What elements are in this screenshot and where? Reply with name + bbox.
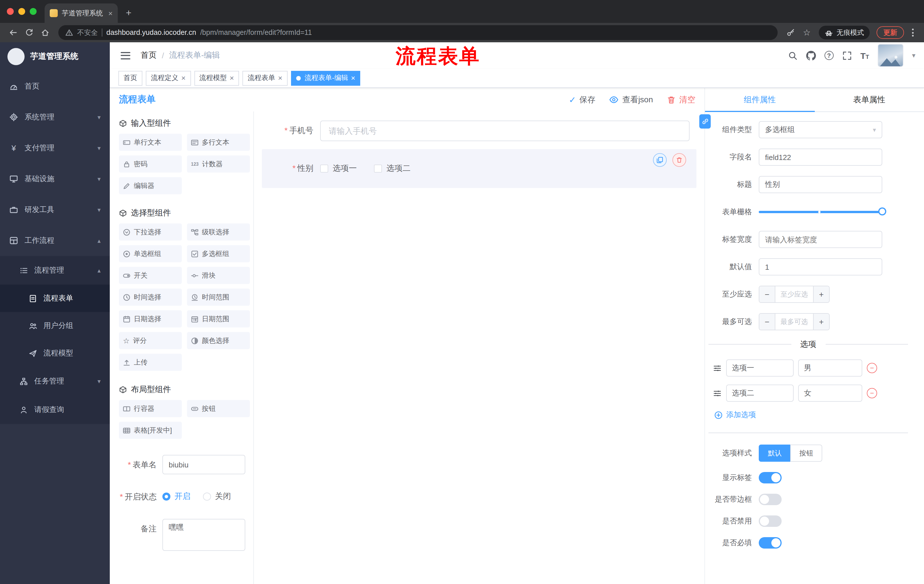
tag-process-form[interactable]: 流程表单 × bbox=[243, 71, 287, 86]
tag-process-model[interactable]: 流程模型 × bbox=[194, 71, 239, 86]
remove-option-button[interactable]: − bbox=[867, 363, 877, 373]
checkbox-icon[interactable] bbox=[320, 165, 328, 173]
option-label-input[interactable] bbox=[726, 385, 794, 402]
show-label-toggle[interactable] bbox=[759, 472, 782, 484]
palette-item-date-picker[interactable]: 日期选择 bbox=[119, 310, 182, 327]
component-anchor-button[interactable] bbox=[699, 114, 711, 128]
tag-close-icon[interactable]: × bbox=[351, 74, 355, 82]
sidebar-item-infrastructure[interactable]: 基础设施 ▾ bbox=[0, 163, 110, 194]
canvas-field-gender-selected[interactable]: *性别 选项一 选项二 bbox=[262, 149, 696, 188]
window-minimize-button[interactable] bbox=[18, 8, 25, 15]
sidebar-item-leave-query[interactable]: 请假查询 bbox=[0, 395, 110, 424]
checkbox-icon[interactable] bbox=[374, 165, 382, 173]
palette-item-password[interactable]: 密码 bbox=[119, 155, 182, 173]
browser-update-button[interactable]: 更新 bbox=[876, 26, 904, 39]
status-radio-off[interactable]: 关闭 bbox=[203, 492, 231, 502]
window-close-button[interactable] bbox=[7, 8, 14, 15]
user-avatar[interactable] bbox=[878, 44, 903, 67]
breadcrumb-home[interactable]: 首页 bbox=[141, 50, 157, 61]
tag-close-icon[interactable]: × bbox=[229, 74, 234, 82]
option-value-input[interactable] bbox=[798, 385, 862, 402]
sidebar-item-payment[interactable]: ¥ 支付管理 ▾ bbox=[0, 133, 110, 163]
title-input[interactable] bbox=[759, 176, 882, 193]
tab-close-icon[interactable]: × bbox=[108, 10, 113, 17]
phone-input[interactable] bbox=[320, 120, 690, 141]
sidebar-item-system[interactable]: 系统管理 ▾ bbox=[0, 102, 110, 133]
copy-widget-button[interactable] bbox=[653, 153, 667, 167]
bookmark-star-button[interactable]: ☆ bbox=[799, 25, 814, 40]
palette-item-counter[interactable]: 123 计数器 bbox=[187, 155, 250, 173]
avatar-caret-down-icon[interactable]: ▾ bbox=[912, 51, 916, 59]
stepper-decrease-button[interactable]: − bbox=[759, 314, 776, 330]
style-default-button[interactable]: 默认 bbox=[759, 444, 791, 462]
sidebar-item-process-model[interactable]: 流程模型 bbox=[0, 339, 110, 367]
palette-item-checkbox-group[interactable]: 多选框组 bbox=[187, 245, 250, 262]
gender-option-2[interactable]: 选项二 bbox=[374, 163, 411, 174]
sidebar-item-task-management[interactable]: 任务管理 ▾ bbox=[0, 367, 110, 395]
border-toggle[interactable] bbox=[759, 494, 782, 505]
sidebar-item-workflow[interactable]: 工作流程 ▴ bbox=[0, 225, 110, 256]
sidebar-item-user-groups[interactable]: 用户分组 bbox=[0, 312, 110, 339]
palette-item-single-line-text[interactable]: 单行文本 bbox=[119, 134, 182, 151]
stepper-decrease-button[interactable]: − bbox=[759, 286, 776, 302]
tag-process-definition[interactable]: 流程定义 × bbox=[146, 71, 191, 86]
browser-tab[interactable]: 芋道管理系统 × bbox=[45, 3, 118, 23]
default-value-input[interactable] bbox=[759, 258, 882, 275]
style-button-button[interactable]: 按钮 bbox=[790, 444, 822, 462]
sidebar-logo[interactable]: 芋道管理系统 bbox=[0, 42, 110, 71]
search-button[interactable] bbox=[788, 51, 797, 60]
drag-handle-icon[interactable] bbox=[713, 364, 722, 372]
form-name-input[interactable] bbox=[162, 455, 245, 474]
palette-item-time-range[interactable]: 时间范围 bbox=[187, 289, 250, 306]
form-canvas[interactable]: *手机号 bbox=[254, 112, 705, 584]
form-grid-slider[interactable] bbox=[759, 204, 882, 220]
palette-item-cascader[interactable]: 级联选择 bbox=[187, 224, 250, 240]
sidebar-item-process-management[interactable]: 流程管理 ▴ bbox=[0, 256, 110, 285]
required-toggle[interactable] bbox=[759, 537, 782, 549]
password-key-button[interactable] bbox=[783, 25, 798, 40]
slider-track[interactable] bbox=[759, 211, 882, 213]
option-value-input[interactable] bbox=[798, 359, 862, 377]
view-json-button[interactable]: 查看json bbox=[609, 95, 653, 105]
slider-handle[interactable] bbox=[878, 207, 886, 216]
github-button[interactable] bbox=[806, 51, 816, 60]
font-size-button[interactable]: TT bbox=[860, 51, 869, 60]
stepper-increase-button[interactable]: + bbox=[813, 314, 829, 330]
window-zoom-button[interactable] bbox=[30, 8, 36, 15]
tag-home[interactable]: 首页 bbox=[118, 71, 142, 86]
palette-item-editor[interactable]: 编辑器 bbox=[119, 177, 182, 194]
option-label-input[interactable] bbox=[726, 359, 794, 377]
palette-item-radio-group[interactable]: 单选框组 bbox=[119, 245, 182, 262]
palette-item-select[interactable]: 下拉选择 bbox=[119, 224, 182, 240]
palette-item-row-container[interactable]: 行容器 bbox=[119, 400, 182, 417]
delete-widget-button[interactable] bbox=[672, 153, 686, 167]
save-button[interactable]: ✓ 保存 bbox=[569, 95, 595, 105]
browser-menu-button[interactable] bbox=[908, 26, 918, 39]
new-tab-button[interactable]: + bbox=[121, 6, 136, 21]
form-remark-textarea[interactable]: 嘿嘿 bbox=[162, 519, 245, 551]
add-option-button[interactable]: 添加选项 bbox=[714, 410, 916, 420]
palette-item-table[interactable]: 表格[开发中] bbox=[119, 422, 182, 439]
palette-item-rate[interactable]: ☆ 评分 bbox=[119, 332, 182, 349]
max-select-value[interactable]: 最多可选 bbox=[776, 314, 813, 330]
canvas-field-phone[interactable]: *手机号 bbox=[262, 120, 696, 141]
stepper-increase-button[interactable]: + bbox=[813, 286, 829, 302]
palette-item-button[interactable]: 按钮 bbox=[187, 400, 250, 417]
address-bar[interactable]: 不安全 dashboard.yudao.iocoder.cn /bpm/mana… bbox=[58, 25, 778, 40]
drag-handle-icon[interactable] bbox=[713, 389, 722, 397]
sidebar-toggle-button[interactable] bbox=[118, 48, 133, 63]
field-name-input[interactable] bbox=[759, 148, 882, 166]
fullscreen-button[interactable] bbox=[842, 51, 852, 60]
label-width-input[interactable] bbox=[759, 231, 882, 248]
sidebar-item-home[interactable]: 首页 bbox=[0, 71, 110, 102]
min-select-value[interactable]: 至少应选 bbox=[776, 286, 813, 302]
sidebar-item-process-form[interactable]: 流程表单 bbox=[0, 285, 110, 312]
status-radio-on[interactable]: 开启 bbox=[162, 492, 190, 502]
home-button[interactable] bbox=[38, 25, 53, 40]
tag-close-icon[interactable]: × bbox=[278, 74, 282, 82]
palette-item-upload[interactable]: 上传 bbox=[119, 354, 182, 371]
component-type-select[interactable]: 多选框组 ▾ bbox=[759, 121, 882, 138]
palette-item-date-range[interactable]: 日期范围 bbox=[187, 310, 250, 327]
tab-form-props[interactable]: 表单属性 bbox=[815, 88, 924, 112]
palette-item-slider[interactable]: 滑块 bbox=[187, 267, 250, 284]
